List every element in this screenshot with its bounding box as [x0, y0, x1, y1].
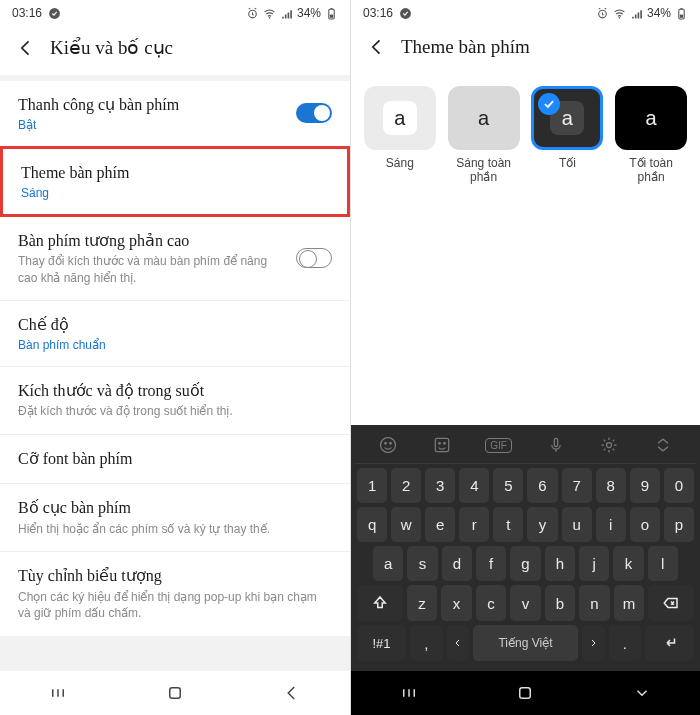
- letter-key[interactable]: 7: [562, 468, 592, 503]
- emoji-icon[interactable]: [378, 435, 398, 455]
- period-key[interactable]: .: [609, 625, 642, 661]
- enter-key[interactable]: [645, 625, 694, 661]
- comma-key[interactable]: ,: [410, 625, 443, 661]
- status-bar: 03:16 34%: [351, 0, 700, 24]
- keyboard-toolbar: GIF: [355, 429, 696, 464]
- theme-option-light-full[interactable]: a Sáng toàn phần: [447, 86, 521, 185]
- keyboard-hide-icon[interactable]: [633, 684, 651, 702]
- letter-key[interactable]: p: [664, 507, 694, 542]
- back-icon[interactable]: [367, 37, 387, 57]
- page-title: Kiểu và bố cục: [50, 36, 173, 59]
- letter-key[interactable]: m: [614, 585, 645, 621]
- header: Theme bàn phím: [351, 24, 700, 74]
- setting-layout[interactable]: Bố cục bàn phím Hiển thị hoặc ẩn các phí…: [0, 484, 350, 552]
- symbols-key[interactable]: !#1: [357, 625, 406, 661]
- letter-key[interactable]: v: [510, 585, 541, 621]
- bottom-row: !#1 , Tiếng Việt .: [357, 625, 694, 661]
- letter-key[interactable]: 3: [425, 468, 455, 503]
- letter-key[interactable]: u: [562, 507, 592, 542]
- letter-row-1: qwertyuiop: [357, 507, 694, 542]
- letter-key[interactable]: r: [459, 507, 489, 542]
- high-contrast-toggle[interactable]: [296, 248, 332, 268]
- letter-key[interactable]: i: [596, 507, 626, 542]
- letter-key[interactable]: j: [579, 546, 609, 581]
- letter-key[interactable]: 4: [459, 468, 489, 503]
- theme-grid: a Sáng a Sáng toàn phần a Tối a Tối toàn…: [351, 74, 700, 185]
- home-icon[interactable]: [516, 684, 534, 702]
- setting-mode[interactable]: Chế độ Bàn phím chuẩn: [0, 301, 350, 367]
- nav-bar: [351, 671, 700, 715]
- letter-key[interactable]: a: [373, 546, 403, 581]
- theme-option-dark[interactable]: a Tối: [531, 86, 605, 185]
- letter-key[interactable]: 6: [527, 468, 557, 503]
- setting-size-transparency[interactable]: Kích thước và độ trong suốt Đặt kích thư…: [0, 367, 350, 435]
- next-lang-key[interactable]: [582, 625, 605, 661]
- expand-icon[interactable]: [653, 435, 673, 455]
- letter-key[interactable]: b: [545, 585, 576, 621]
- letter-key[interactable]: 1: [357, 468, 387, 503]
- left-pane: 03:16 34% Kiểu và bố cục Thanh công cụ b…: [0, 0, 350, 715]
- letter-key[interactable]: w: [391, 507, 421, 542]
- svg-point-18: [443, 443, 445, 445]
- letter-key[interactable]: c: [476, 585, 507, 621]
- status-time: 03:16: [363, 6, 393, 20]
- recents-icon[interactable]: [49, 684, 67, 702]
- battery-level: 34%: [297, 6, 321, 20]
- letter-key[interactable]: n: [579, 585, 610, 621]
- settings-icon[interactable]: [599, 435, 619, 455]
- svg-point-20: [607, 443, 612, 448]
- letter-key[interactable]: l: [648, 546, 678, 581]
- letter-key[interactable]: d: [442, 546, 472, 581]
- letter-key[interactable]: q: [357, 507, 387, 542]
- letter-key[interactable]: z: [407, 585, 438, 621]
- letter-key[interactable]: 8: [596, 468, 626, 503]
- toolbar-toggle[interactable]: [296, 103, 332, 123]
- alarm-icon: [596, 7, 609, 20]
- voice-icon[interactable]: [546, 435, 566, 455]
- letter-key[interactable]: y: [527, 507, 557, 542]
- letter-key[interactable]: f: [476, 546, 506, 581]
- theme-option-light[interactable]: a Sáng: [363, 86, 437, 185]
- letter-key[interactable]: o: [630, 507, 660, 542]
- right-pane: 03:16 34% Theme bàn phím a Sáng a Sáng t…: [350, 0, 700, 715]
- letter-key[interactable]: t: [493, 507, 523, 542]
- sticker-icon[interactable]: [432, 435, 452, 455]
- setting-high-contrast[interactable]: Bàn phím tương phản cao Thay đổi kích th…: [0, 217, 350, 301]
- number-row: 1234567890: [357, 468, 694, 503]
- home-icon[interactable]: [166, 684, 184, 702]
- signal-icon: [630, 7, 643, 20]
- setting-font-size[interactable]: Cỡ font bàn phím: [0, 435, 350, 485]
- status-time: 03:16: [12, 6, 42, 20]
- recents-icon[interactable]: [400, 684, 418, 702]
- letter-key[interactable]: s: [407, 546, 437, 581]
- letter-key[interactable]: 5: [493, 468, 523, 503]
- letter-key[interactable]: 0: [664, 468, 694, 503]
- highlighted-theme-row: Theme bàn phím Sáng: [0, 146, 350, 217]
- page-title: Theme bàn phím: [401, 36, 530, 58]
- keyboard-preview: GIF 1234567890 qwertyuiop asdfghjkl z x …: [351, 425, 700, 671]
- theme-option-dark-full[interactable]: a Tối toàn phần: [614, 86, 688, 185]
- letter-key[interactable]: h: [545, 546, 575, 581]
- setting-keyboard-toolbar[interactable]: Thanh công cụ bàn phím Bật: [0, 81, 350, 146]
- svg-point-13: [380, 438, 395, 453]
- gif-icon[interactable]: GIF: [485, 438, 512, 453]
- back-nav-icon[interactable]: [283, 684, 301, 702]
- letter-key[interactable]: k: [613, 546, 643, 581]
- svg-point-14: [385, 443, 387, 445]
- svg-point-7: [400, 8, 411, 19]
- backspace-key[interactable]: [648, 585, 694, 621]
- letter-key[interactable]: e: [425, 507, 455, 542]
- battery-icon: [325, 7, 338, 20]
- letter-key[interactable]: 9: [630, 468, 660, 503]
- letter-row-2: asdfghjkl: [357, 546, 694, 581]
- prev-lang-key[interactable]: [447, 625, 470, 661]
- setting-custom-symbols[interactable]: Tùy chỉnh biểu tượng Chọn các ký hiệu để…: [0, 552, 350, 635]
- svg-point-15: [390, 443, 392, 445]
- space-key[interactable]: Tiếng Việt: [473, 625, 577, 661]
- letter-key[interactable]: x: [441, 585, 472, 621]
- letter-key[interactable]: 2: [391, 468, 421, 503]
- letter-key[interactable]: g: [510, 546, 540, 581]
- back-icon[interactable]: [16, 38, 36, 58]
- setting-keyboard-theme[interactable]: Theme bàn phím Sáng: [3, 149, 347, 214]
- shift-key[interactable]: [357, 585, 403, 621]
